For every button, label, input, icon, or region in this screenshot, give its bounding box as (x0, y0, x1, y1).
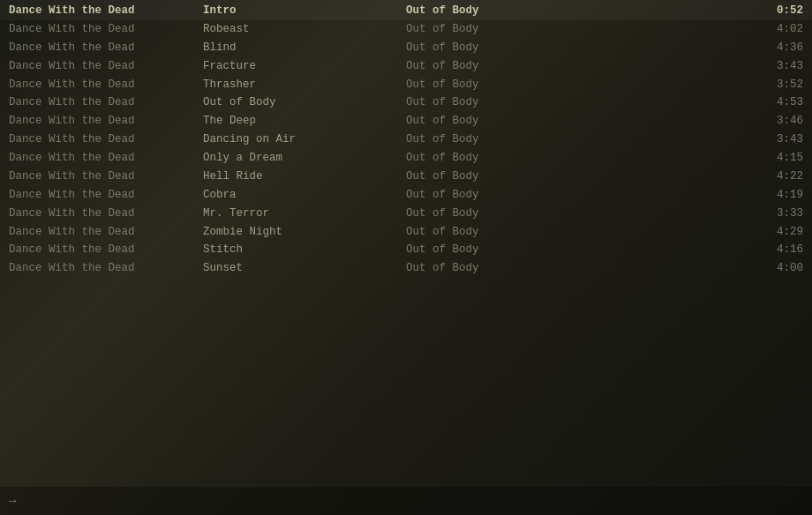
track-album: Out of Body (406, 169, 521, 184)
track-row[interactable]: Dance With the Dead Stitch Out of Body 4… (0, 241, 812, 259)
track-album: Out of Body (406, 261, 521, 276)
track-album: Out of Body (406, 225, 521, 240)
track-row[interactable]: Dance With the Dead Cobra Out of Body 4:… (0, 186, 812, 205)
track-album: Out of Body (406, 206, 521, 221)
track-header-row: Dance With the Dead Intro Out of Body 0:… (0, 0, 812, 20)
arrow-icon: → (9, 494, 16, 508)
header-duration: 0:52 (750, 4, 803, 19)
track-artist: Dance With the Dead (9, 78, 203, 93)
track-row[interactable]: Dance With the Dead Zombie Night Out of … (0, 223, 812, 242)
track-duration: 4:16 (750, 243, 803, 258)
bottom-bar: → (0, 487, 812, 515)
track-album: Out of Body (406, 188, 521, 203)
track-row[interactable]: Dance With the Dead Mr. Terror Out of Bo… (0, 205, 812, 223)
track-row[interactable]: Dance With the Dead Fracture Out of Body… (0, 57, 812, 76)
track-duration: 4:02 (750, 22, 803, 37)
track-duration: 4:53 (750, 95, 803, 110)
track-duration: 4:22 (750, 169, 803, 184)
track-title: Only a Dream (203, 151, 406, 166)
track-row[interactable]: Dance With the Dead Dancing on Air Out o… (0, 131, 812, 149)
header-title: Intro (203, 4, 406, 19)
track-artist: Dance With the Dead (9, 95, 203, 110)
track-title: Cobra (203, 188, 406, 203)
header-artist: Dance With the Dead (9, 4, 203, 19)
track-title: Out of Body (203, 95, 406, 110)
track-row[interactable]: Dance With the Dead Thrasher Out of Body… (0, 76, 812, 94)
track-artist: Dance With the Dead (9, 132, 203, 147)
header-album: Out of Body (406, 4, 521, 19)
track-artist: Dance With the Dead (9, 114, 203, 129)
track-row[interactable]: Dance With the Dead Out of Body Out of B… (0, 93, 812, 112)
track-artist: Dance With the Dead (9, 206, 203, 221)
track-artist: Dance With the Dead (9, 22, 203, 37)
track-title: Hell Ride (203, 169, 406, 184)
track-duration: 3:33 (750, 206, 803, 221)
track-duration: 4:29 (750, 225, 803, 240)
track-duration: 4:36 (750, 41, 803, 56)
track-artist: Dance With the Dead (9, 243, 203, 258)
track-row[interactable]: Dance With the Dead Only a Dream Out of … (0, 149, 812, 168)
track-duration: 3:43 (750, 132, 803, 147)
track-album: Out of Body (406, 114, 521, 129)
track-album: Out of Body (406, 243, 521, 258)
track-album: Out of Body (406, 151, 521, 166)
track-album: Out of Body (406, 41, 521, 56)
track-row[interactable]: Dance With the Dead Sunset Out of Body 4… (0, 259, 812, 278)
track-album: Out of Body (406, 78, 521, 93)
track-duration: 3:52 (750, 78, 803, 93)
track-artist: Dance With the Dead (9, 41, 203, 56)
track-duration: 3:43 (750, 59, 803, 74)
track-title: Robeast (203, 22, 406, 37)
track-duration: 4:15 (750, 151, 803, 166)
track-title: Sunset (203, 261, 406, 276)
track-artist: Dance With the Dead (9, 225, 203, 240)
track-artist: Dance With the Dead (9, 151, 203, 166)
track-row[interactable]: Dance With the Dead Hell Ride Out of Bod… (0, 168, 812, 186)
track-title: Dancing on Air (203, 132, 406, 147)
track-album: Out of Body (406, 132, 521, 147)
track-duration: 4:00 (750, 261, 803, 276)
track-title: Thrasher (203, 78, 406, 93)
track-row[interactable]: Dance With the Dead The Deep Out of Body… (0, 112, 812, 131)
track-artist: Dance With the Dead (9, 261, 203, 276)
track-album: Out of Body (406, 95, 521, 110)
track-album: Out of Body (406, 22, 521, 37)
track-duration: 4:19 (750, 188, 803, 203)
track-title: Blind (203, 41, 406, 56)
track-duration: 3:46 (750, 114, 803, 129)
track-artist: Dance With the Dead (9, 188, 203, 203)
track-list: Dance With the Dead Intro Out of Body 0:… (0, 0, 812, 278)
track-album: Out of Body (406, 59, 521, 74)
track-row[interactable]: Dance With the Dead Robeast Out of Body … (0, 20, 812, 39)
track-artist: Dance With the Dead (9, 59, 203, 74)
track-artist: Dance With the Dead (9, 169, 203, 184)
track-title: The Deep (203, 114, 406, 129)
track-title: Stitch (203, 243, 406, 258)
track-title: Fracture (203, 59, 406, 74)
track-row[interactable]: Dance With the Dead Blind Out of Body 4:… (0, 39, 812, 57)
track-title: Mr. Terror (203, 206, 406, 221)
track-title: Zombie Night (203, 225, 406, 240)
